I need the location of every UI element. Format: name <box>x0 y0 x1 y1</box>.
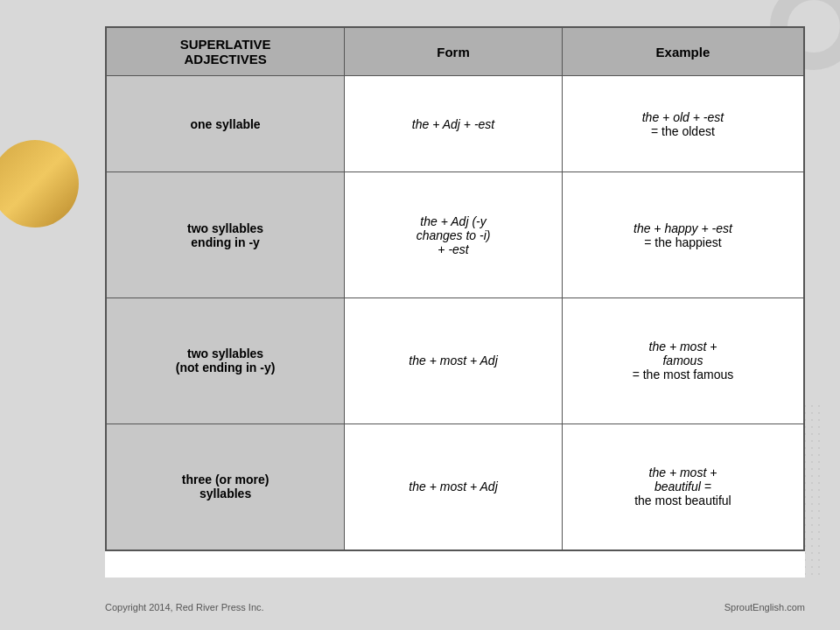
type-two-syllables-y: two syllables ending in -y <box>106 172 345 298</box>
superlative-table: SUPERLATIVE ADJECTIVES Form Example one … <box>105 26 805 551</box>
example-two-syllables-y: the + happy + -est = the happiest <box>562 172 804 298</box>
header-superlative: SUPERLATIVE ADJECTIVES <box>106 27 345 76</box>
main-content: SUPERLATIVE ADJECTIVES Form Example one … <box>105 26 805 578</box>
copyright-text: Copyright 2014, Red River Press Inc. <box>105 602 264 612</box>
footer: Copyright 2014, Red River Press Inc. Spr… <box>105 602 805 612</box>
form-two-syllables-not-y: the + most + Adj <box>345 298 563 424</box>
form-two-syllables-y: the + Adj (-y changes to -i) + -est <box>345 172 563 298</box>
table-row: two syllables (not ending in -y) the + m… <box>106 298 804 424</box>
example-two-syllables-not-y: the + most + famous = the most famous <box>562 298 804 424</box>
example-three-syllables: the + most + beautiful = the most beauti… <box>562 424 804 550</box>
table-row: three (or more) syllables the + most + A… <box>106 424 804 550</box>
website-text: SproutEnglish.com <box>724 602 805 612</box>
table-row: one syllable the + Adj + -est the + old … <box>106 76 804 172</box>
table-row: two syllables ending in -y the + Adj (-y… <box>106 172 804 298</box>
header-form: Form <box>345 27 563 76</box>
type-two-syllables-not-y: two syllables (not ending in -y) <box>106 298 345 424</box>
form-one-syllable: the + Adj + -est <box>345 76 563 172</box>
type-one-syllable: one syllable <box>106 76 345 172</box>
table-header-row: SUPERLATIVE ADJECTIVES Form Example <box>106 27 804 76</box>
form-three-syllables: the + most + Adj <box>345 424 563 550</box>
example-one-syllable: the + old + -est = the oldest <box>562 76 804 172</box>
type-three-syllables: three (or more) syllables <box>106 424 345 550</box>
header-example: Example <box>562 27 804 76</box>
